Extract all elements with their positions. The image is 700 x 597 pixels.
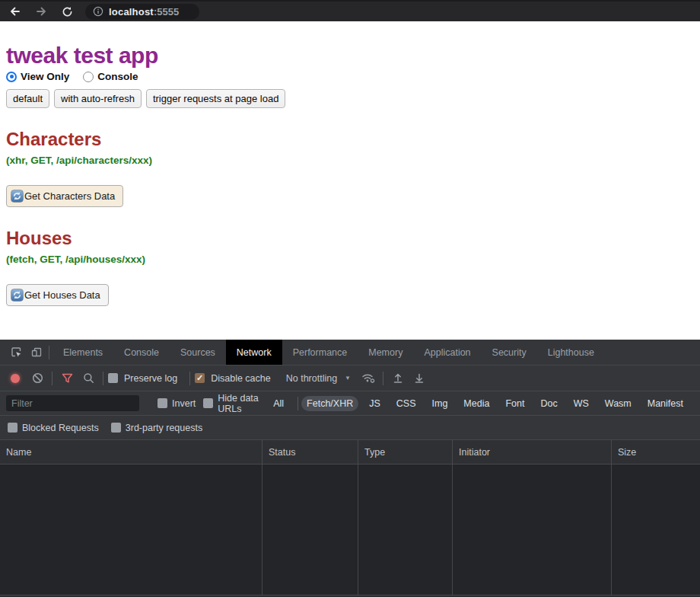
- devtools-tab-bar: Elements Console Sources Network Perform…: [0, 340, 700, 366]
- log-column-size: [612, 465, 700, 595]
- column-header-initiator[interactable]: Initiator: [453, 440, 612, 464]
- page-title: tweak test app: [6, 43, 700, 69]
- tab-application[interactable]: Application: [413, 340, 481, 365]
- import-har-icon[interactable]: [388, 369, 408, 388]
- characters-subtitle: (xhr, GET, /api/characters/xxx): [6, 155, 700, 166]
- network-options-bar: Blocked Requests 3rd-party requests: [0, 416, 700, 440]
- refresh-icon: [11, 190, 24, 203]
- mode-buttons-row: default with auto-refresh trigger reques…: [6, 89, 700, 108]
- filter-pill-font[interactable]: Font: [500, 396, 530, 411]
- forward-icon[interactable]: [33, 4, 49, 19]
- url-text: localhost:5555: [109, 5, 179, 18]
- radio-view-only-label: View Only: [21, 71, 69, 82]
- filter-pill-img[interactable]: Img: [427, 396, 453, 411]
- get-houses-data-button[interactable]: Get Houses Data: [6, 284, 109, 306]
- url-port: :5555: [154, 6, 179, 18]
- back-icon[interactable]: [8, 4, 23, 19]
- third-party-requests-checkbox[interactable]: [111, 423, 121, 433]
- network-toolbar: Preserve log ✓ Disable cache No throttli…: [0, 366, 700, 391]
- tab-network[interactable]: Network: [226, 340, 282, 365]
- network-request-log: [0, 465, 700, 595]
- divider: [383, 372, 383, 385]
- export-har-icon[interactable]: [409, 369, 429, 388]
- tab-sources[interactable]: Sources: [170, 340, 226, 365]
- tab-memory[interactable]: Memory: [358, 340, 413, 365]
- tab-elements[interactable]: Elements: [52, 340, 113, 365]
- invert-checkbox[interactable]: [158, 398, 167, 408]
- record-network-log-icon[interactable]: [11, 374, 20, 383]
- network-conditions-icon[interactable]: [358, 369, 378, 388]
- third-party-requests-label: 3rd-party requests: [126, 423, 202, 433]
- network-table-header: Name Status Type Initiator Size: [0, 440, 700, 465]
- log-column-type: [358, 465, 453, 595]
- inspect-element-icon[interactable]: [6, 343, 26, 362]
- browser-toolbar: localhost:5555: [0, 0, 700, 21]
- refresh-icon: [11, 289, 24, 302]
- device-toolbar-icon[interactable]: [26, 343, 46, 362]
- filter-pill-manifest[interactable]: Manifest: [642, 396, 689, 411]
- trigger-requests-button[interactable]: trigger requests at page load: [146, 89, 286, 108]
- throttling-value: No throttling: [286, 373, 337, 384]
- radio-view-only[interactable]: View Only: [6, 71, 69, 82]
- blocked-requests-checkbox[interactable]: [8, 423, 18, 433]
- tab-lighthouse[interactable]: Lighthouse: [537, 340, 605, 365]
- radio-selected-icon[interactable]: [6, 72, 17, 82]
- hide-data-urls-label: Hide data URLs: [218, 393, 260, 414]
- url-host: localhost: [109, 6, 154, 18]
- filter-pill-fetch-xhr[interactable]: Fetch/XHR: [301, 396, 358, 411]
- preserve-log-checkbox[interactable]: [108, 373, 118, 383]
- reload-icon[interactable]: [59, 4, 75, 19]
- divider: [103, 372, 103, 385]
- divider: [52, 372, 52, 385]
- filter-input[interactable]: [6, 395, 139, 411]
- log-column-initiator: [453, 465, 612, 595]
- mode-radio-group: View Only Console: [6, 71, 700, 82]
- get-houses-data-label: Get Houses Data: [24, 289, 100, 301]
- houses-heading: Houses: [6, 228, 700, 249]
- search-icon[interactable]: [78, 369, 98, 388]
- network-filter-bar: Invert Hide data URLs All Fetch/XHR JS C…: [0, 391, 700, 416]
- divider: [49, 346, 49, 359]
- divider: [189, 372, 190, 385]
- filter-pill-doc[interactable]: Doc: [535, 396, 562, 411]
- houses-subtitle: (fetch, GET, /api/houses/xxx): [6, 254, 700, 265]
- auto-refresh-button[interactable]: with auto-refresh: [54, 89, 142, 108]
- filter-pill-media[interactable]: Media: [458, 396, 495, 411]
- get-characters-data-label: Get Characters Data: [24, 190, 115, 202]
- filter-pill-ws[interactable]: WS: [568, 396, 594, 411]
- chevron-down-icon: ▼: [345, 375, 351, 382]
- blocked-requests-label: Blocked Requests: [22, 423, 99, 433]
- column-header-name[interactable]: Name: [0, 440, 262, 464]
- info-icon[interactable]: [93, 6, 103, 17]
- throttling-select[interactable]: No throttling ▼: [286, 373, 351, 384]
- filter-pill-all[interactable]: All: [268, 396, 289, 411]
- get-characters-data-button[interactable]: Get Characters Data: [6, 185, 123, 207]
- log-column-name: [0, 465, 262, 595]
- hide-data-urls-checkbox[interactable]: [203, 398, 213, 408]
- disable-cache-label: Disable cache: [211, 373, 271, 384]
- tab-console[interactable]: Console: [113, 340, 170, 365]
- filter-pill-css[interactable]: CSS: [391, 396, 422, 411]
- radio-unselected-icon[interactable]: [83, 72, 94, 82]
- page-content: tweak test app View Only Console default…: [0, 21, 700, 340]
- default-button[interactable]: default: [6, 89, 49, 108]
- tab-security[interactable]: Security: [482, 340, 537, 365]
- clear-network-log-icon[interactable]: [27, 369, 47, 388]
- column-header-status[interactable]: Status: [262, 440, 358, 464]
- filter-icon[interactable]: [57, 369, 77, 388]
- divider: [298, 397, 298, 410]
- column-header-size[interactable]: Size: [612, 440, 700, 464]
- preserve-log-label: Preserve log: [124, 373, 177, 384]
- tab-performance[interactable]: Performance: [282, 340, 358, 365]
- column-header-type[interactable]: Type: [358, 440, 453, 464]
- characters-heading: Characters: [6, 129, 700, 150]
- disable-cache-checkbox[interactable]: ✓: [195, 373, 205, 383]
- radio-console-label: Console: [97, 71, 138, 82]
- radio-console[interactable]: Console: [83, 71, 138, 82]
- log-column-status: [262, 465, 358, 595]
- filter-pill-js[interactable]: JS: [364, 396, 386, 411]
- devtools-panel: Elements Console Sources Network Perform…: [0, 340, 700, 597]
- invert-label: Invert: [172, 398, 196, 409]
- filter-pill-wasm[interactable]: Wasm: [600, 396, 637, 411]
- url-bar[interactable]: localhost:5555: [85, 4, 199, 20]
